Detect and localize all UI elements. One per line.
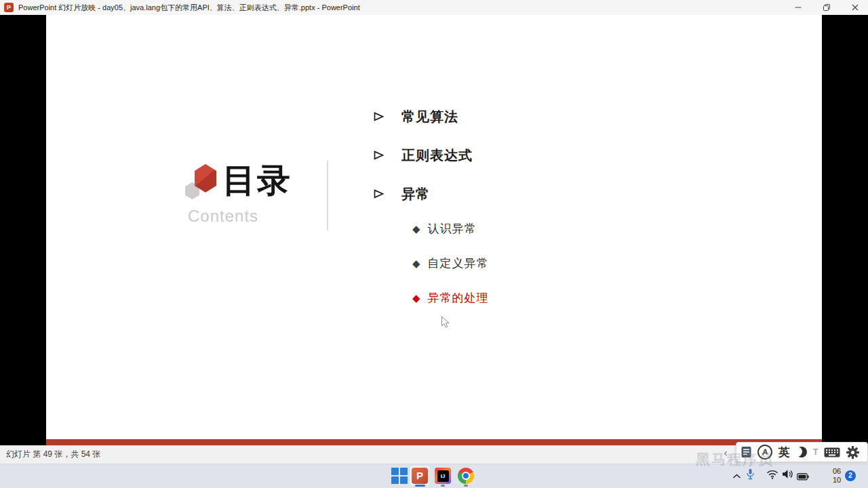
slide-accent-bar bbox=[46, 439, 822, 445]
toc-item: 异常 bbox=[373, 186, 430, 202]
toc-subitem-label: 自定义异常 bbox=[428, 256, 489, 271]
ime-language-mode[interactable]: 英 bbox=[778, 445, 790, 460]
minimize-icon bbox=[795, 4, 802, 11]
powerpoint-app-icon: P bbox=[4, 3, 14, 12]
moon-icon[interactable] bbox=[796, 447, 807, 458]
running-app-indicator bbox=[441, 485, 445, 487]
slideshow-stage: 目录 Contents 常见算法 正则表达式 异常 ◆ 认识异常 ◆ bbox=[0, 15, 868, 445]
clock[interactable]: 06 10 bbox=[833, 467, 841, 485]
chrome-taskbar-icon[interactable] bbox=[458, 468, 474, 484]
microphone-icon[interactable] bbox=[746, 468, 755, 483]
dictionary-icon[interactable] bbox=[741, 446, 751, 458]
toc-subitem-label: 认识异常 bbox=[428, 221, 477, 237]
title-bar: P PowerPoint 幻灯片放映 - day05、java.lang包下的常… bbox=[0, 0, 868, 15]
ime-toolbar: A 英 T bbox=[736, 442, 868, 462]
toc-item: 正则表达式 bbox=[373, 147, 473, 163]
slide-canvas[interactable]: 目录 Contents 常见算法 正则表达式 异常 ◆ 认识异常 ◆ bbox=[46, 15, 822, 445]
vertical-divider bbox=[327, 161, 328, 230]
keyboard-icon[interactable] bbox=[824, 447, 840, 458]
window-title: PowerPoint 幻灯片放映 - day05、java.lang包下的常用A… bbox=[18, 3, 360, 13]
toc-subitem-highlighted: ◆ 异常的处理 bbox=[412, 290, 489, 305]
ime-collapse-arrow[interactable]: ‹ bbox=[720, 447, 731, 459]
diamond-bullet-icon: ◆ bbox=[412, 224, 420, 234]
powerpoint-taskbar-icon[interactable]: P bbox=[412, 468, 428, 484]
intellij-taskbar-icon[interactable]: IJ bbox=[435, 468, 451, 484]
arrow-bullet-icon bbox=[373, 150, 384, 161]
toc-item-label: 常见算法 bbox=[401, 108, 458, 126]
clock-line2: 10 bbox=[833, 476, 841, 485]
restore-button[interactable] bbox=[815, 0, 838, 15]
toc-subitem-label: 异常的处理 bbox=[428, 290, 489, 306]
toc-subitem: ◆ 自定义异常 bbox=[412, 256, 489, 270]
toc-item: 常见算法 bbox=[373, 108, 458, 125]
slide-counter: 幻灯片 第 49 张，共 54 张 bbox=[6, 449, 100, 459]
ime-logo-icon[interactable]: A bbox=[757, 444, 774, 461]
start-button[interactable] bbox=[391, 468, 408, 484]
battery-icon[interactable] bbox=[797, 471, 809, 483]
notification-badge[interactable]: 2 bbox=[845, 470, 856, 481]
arrow-bullet-icon bbox=[373, 188, 384, 199]
minimize-button[interactable] bbox=[787, 0, 810, 15]
arrow-bullet-icon bbox=[373, 111, 384, 122]
volume-icon[interactable] bbox=[782, 469, 793, 482]
diamond-bullet-icon: ◆ bbox=[412, 293, 420, 303]
mouse-cursor bbox=[441, 316, 450, 331]
active-app-indicator bbox=[415, 485, 425, 487]
tray-chevron-up-icon[interactable] bbox=[732, 470, 741, 483]
ime-mini-icon[interactable]: T bbox=[813, 447, 818, 457]
diamond-bullet-icon: ◆ bbox=[412, 258, 420, 268]
toc-subtitle: Contents bbox=[188, 207, 258, 226]
clock-line1: 06 bbox=[833, 467, 841, 476]
close-icon bbox=[852, 4, 859, 11]
wifi-icon[interactable] bbox=[766, 470, 778, 482]
toc-item-label: 正则表达式 bbox=[401, 146, 473, 165]
running-app-indicator bbox=[464, 485, 468, 487]
close-button[interactable] bbox=[844, 0, 867, 15]
toc-subitem: ◆ 认识异常 bbox=[412, 221, 477, 236]
restore-icon bbox=[823, 4, 830, 11]
toc-item-label: 异常 bbox=[401, 185, 430, 203]
settings-gear-icon[interactable] bbox=[846, 446, 859, 459]
toc-title: 目录 bbox=[222, 159, 292, 203]
